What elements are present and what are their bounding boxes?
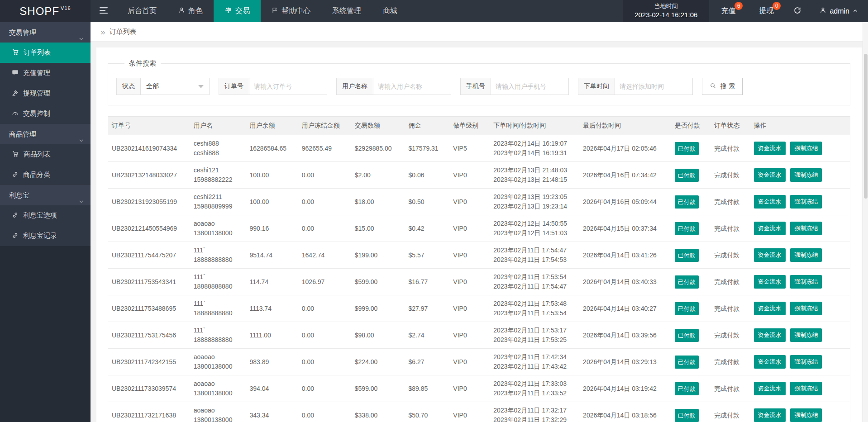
order-no-input[interactable] bbox=[249, 78, 327, 95]
cell-paid: 已付款 bbox=[671, 295, 711, 322]
vertical-scrollbar[interactable] bbox=[863, 22, 868, 422]
sidebar-group-lixibao[interactable]: 利息宝 bbox=[0, 185, 91, 205]
order-time-input[interactable] bbox=[615, 78, 693, 95]
nav-item-label: 角色 bbox=[188, 6, 203, 16]
sidebar-item-lixibao-options[interactable]: 利息宝选项 bbox=[0, 205, 91, 226]
cell-status: 完成付款 bbox=[711, 375, 750, 402]
cell-level: VIP0 bbox=[449, 269, 490, 295]
sidebar-item-product-category[interactable]: 商品分类 bbox=[0, 165, 91, 185]
sidebar-item-trade-control[interactable]: 交易控制 bbox=[0, 104, 91, 124]
username-line2: 13800138000 bbox=[194, 362, 243, 371]
cell-actions: 资金流水 强制冻结 bbox=[750, 402, 850, 422]
cell-paid: 已付款 bbox=[671, 135, 711, 162]
sidebar-item-label: 交易控制 bbox=[23, 109, 50, 118]
nav-item-help[interactable]: 帮助中心 bbox=[261, 0, 321, 22]
funds-flow-button[interactable]: 资金流水 bbox=[754, 248, 786, 262]
force-freeze-button[interactable]: 强制冻结 bbox=[790, 275, 822, 289]
force-freeze-button[interactable]: 强制冻结 bbox=[790, 302, 822, 315]
sidebar-item-product-list[interactable]: 商品列表 bbox=[0, 144, 91, 165]
cell-last-pay-time: 2026年04月14日 03:40:27 bbox=[579, 295, 671, 322]
force-freeze-button[interactable]: 强制冻结 bbox=[790, 248, 822, 262]
recharge-label: 充值 bbox=[721, 6, 735, 16]
username-line2: 13800138000 bbox=[194, 415, 243, 422]
recharge-button[interactable]: 充值 6 bbox=[709, 0, 747, 22]
cell-order-time: 2023年02月14日 16:19:07 2023年02月14日 16:19:3… bbox=[490, 135, 579, 162]
local-time: 当地时间 2023-02-14 16:21:06 bbox=[623, 0, 709, 22]
phone-input[interactable] bbox=[491, 78, 569, 95]
refresh-button[interactable] bbox=[785, 0, 810, 22]
cell-status: 完成付款 bbox=[711, 242, 750, 269]
withdraw-button[interactable]: 提现 0 bbox=[747, 0, 785, 22]
cell-last-pay-time: 2026年04月14日 03:18:56 bbox=[579, 402, 671, 422]
force-freeze-button[interactable]: 强制冻结 bbox=[790, 222, 822, 235]
sidebar-item-lixibao-records[interactable]: 利息宝记录 bbox=[0, 226, 91, 246]
cell-frozen: 1026.97 bbox=[298, 269, 351, 295]
cell-balance: 16286584.65 bbox=[246, 135, 298, 162]
cell-commission: $89.85 bbox=[405, 375, 449, 402]
gauge-icon bbox=[12, 110, 19, 118]
cell-order-no: UB2302111753488695 bbox=[108, 295, 190, 322]
order-time: 2023年02月11日 17:53:54 bbox=[493, 272, 576, 282]
cell-paid: 已付款 bbox=[671, 402, 711, 422]
force-freeze-button[interactable]: 强制冻结 bbox=[790, 355, 822, 369]
cell-actions: 资金流水 强制冻结 bbox=[750, 322, 850, 349]
status-select[interactable]: 全部 bbox=[141, 78, 210, 95]
col-level: 做单级别 bbox=[449, 117, 490, 135]
funds-flow-button[interactable]: 资金流水 bbox=[754, 222, 786, 235]
user-menu[interactable]: admin bbox=[810, 0, 868, 22]
force-freeze-button[interactable]: 强制冻结 bbox=[790, 142, 822, 155]
sidebar-group-trade-management[interactable]: 交易管理 bbox=[0, 22, 91, 43]
cell-frozen: 0.00 bbox=[298, 295, 351, 322]
funds-flow-button[interactable]: 资金流水 bbox=[754, 168, 786, 182]
cell-commission: $27.97 bbox=[405, 295, 449, 322]
funds-flow-button[interactable]: 资金流水 bbox=[754, 195, 786, 209]
sidebar-item-label: 订单列表 bbox=[24, 48, 51, 57]
cell-commission: $0.06 bbox=[405, 162, 449, 189]
scrollbar-thumb[interactable] bbox=[864, 54, 868, 199]
col-frozen: 用户冻结金额 bbox=[298, 117, 351, 135]
username-input[interactable] bbox=[373, 78, 451, 95]
recharge-badge: 6 bbox=[734, 2, 743, 10]
nav-item-role[interactable]: 角色 bbox=[167, 0, 214, 22]
username-label: 用户名称 bbox=[336, 78, 373, 95]
funds-flow-button[interactable]: 资金流水 bbox=[754, 355, 786, 369]
pay-time: 2023年02月11日 17:54:53 bbox=[493, 255, 576, 265]
cell-order-no: UB2302141619074334 bbox=[108, 135, 190, 162]
funds-flow-button[interactable]: 资金流水 bbox=[754, 408, 786, 422]
funds-flow-button[interactable]: 资金流水 bbox=[754, 302, 786, 315]
funds-flow-button[interactable]: 资金流水 bbox=[754, 142, 786, 155]
sidebar-item-order-list[interactable]: 订单列表 bbox=[0, 43, 91, 63]
funds-flow-button[interactable]: 资金流水 bbox=[754, 275, 786, 289]
order-status: 完成付款 bbox=[714, 385, 739, 392]
sidebar-item-label: 商品分类 bbox=[23, 171, 50, 179]
gavel-icon bbox=[12, 90, 19, 98]
order-table-body: UB2302141619074334 ceshi888 ceshi888 162… bbox=[108, 135, 850, 422]
cell-actions: 资金流水 强制冻结 bbox=[750, 295, 850, 322]
sidebar-group-product-management[interactable]: 商品管理 bbox=[0, 124, 91, 144]
search-button[interactable]: 搜 索 bbox=[702, 78, 743, 95]
sidebar-item-recharge-management[interactable]: 充值管理 bbox=[0, 63, 91, 83]
funds-flow-button[interactable]: 资金流水 bbox=[754, 328, 786, 342]
force-freeze-button[interactable]: 强制冻结 bbox=[790, 168, 822, 182]
search-icon bbox=[710, 82, 716, 90]
force-freeze-button[interactable]: 强制冻结 bbox=[790, 382, 822, 395]
cell-amount: $999.00 bbox=[351, 295, 405, 322]
order-time: 2023年02月11日 17:54:47 bbox=[493, 246, 576, 255]
cell-order-no: UB2302111742342155 bbox=[108, 349, 190, 375]
nav-item-mall[interactable]: 商城 bbox=[372, 0, 408, 22]
sidebar-toggle-button[interactable] bbox=[91, 0, 117, 22]
force-freeze-button[interactable]: 强制冻结 bbox=[790, 328, 822, 342]
username-line2: 18888888880 bbox=[194, 282, 243, 291]
cell-status: 完成付款 bbox=[711, 269, 750, 295]
funds-flow-button[interactable]: 资金流水 bbox=[754, 382, 786, 395]
nav-item-home[interactable]: 后台首页 bbox=[117, 0, 167, 22]
nav-item-trade[interactable]: 交易 bbox=[214, 0, 261, 22]
force-freeze-button[interactable]: 强制冻结 bbox=[790, 195, 822, 209]
force-freeze-button[interactable]: 强制冻结 bbox=[790, 408, 822, 422]
cell-username: aoaoao 13800138000 bbox=[190, 402, 246, 422]
pay-time: 2023年02月11日 17:54:47 bbox=[493, 282, 576, 291]
sidebar-item-withdraw-management[interactable]: 提现管理 bbox=[0, 83, 91, 104]
nav-item-system[interactable]: 系统管理 bbox=[321, 0, 372, 22]
username-line1: ceshi888 bbox=[194, 139, 243, 148]
cell-balance: 100.00 bbox=[246, 162, 298, 189]
